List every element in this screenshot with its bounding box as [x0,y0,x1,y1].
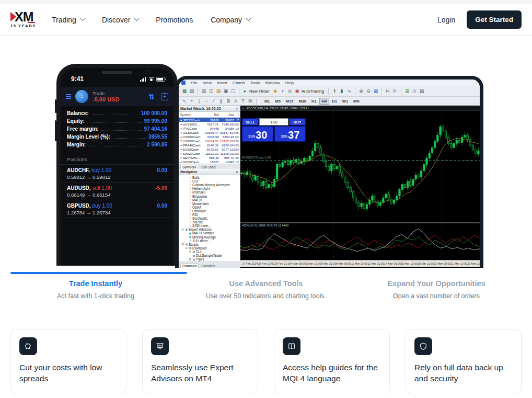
feature-card[interactable]: Cut your costs with low spreads [10,329,126,393]
tree-item-custom-moving-averages: ƒCustom Moving Averages [179,183,240,187]
chart-title-bar: ▲ JP225Cash,H4 39675 39945 39840 39930 [240,106,483,111]
get-started-button[interactable]: Get Started [467,10,522,29]
tree-item-parabolic: ƒParabolic [179,209,240,213]
auto-arrange-icon: ⊨ [384,88,391,95]
timeframe-w1: W1 [340,98,351,105]
mt4-app-icon [181,81,186,85]
tree-item-osma: ƒOsMA [179,206,240,209]
phone-camera [146,70,151,74]
indicator-icon: ƒ [188,176,192,179]
tab-subtitle: Use over 50 indicators and charting tool… [181,292,351,300]
tree-item-macd: ƒMACD [179,198,240,202]
navigator-header: Navigator ✕ [179,169,240,175]
nav-item-promotions[interactable]: Promotions [156,16,193,24]
positions-label: Positions [61,154,174,165]
nav-item-trading[interactable]: Trading [52,16,84,24]
feature-card[interactable]: Seamlessly use Expert Advisors on MT4 [142,329,258,393]
indicator-icon: ƒ [188,217,192,220]
timeframe-m30: M30 [296,98,309,105]
tab-use-advanced-tools[interactable]: Use Advanced ToolsUse over 50 indicators… [181,279,351,300]
market-watch-row: ▲JP225Cash39930399377 [179,118,240,122]
date-tick: 22 Mar 21:00 [467,262,483,265]
logo-subtext: 15 YEARS [10,24,36,28]
date-tick: 29 Feb 21:00 [274,262,291,265]
feature-card[interactable]: Rely on full data back up and security [406,329,522,393]
templates-icon: ▧ [418,88,425,95]
text-icon: A [232,97,239,105]
sell-price: 399 30 [242,126,273,142]
terminal-icon: ▣ [222,88,229,95]
book-icon [283,337,300,355]
tree-item-momentum: ƒMomentum [179,202,240,206]
mt4-menubar: FileViewInsertChartsToolsWindowHelp [179,79,480,86]
ea-icon: ◆ [184,228,189,231]
feature-cards: Cut your costs with low spreadsSeamlessl… [10,329,522,393]
tab-subtitle: Act fast with 1-click trading [10,292,181,300]
tab-title: Use Advanced Tools [181,279,351,288]
data-window-icon: ◫ [207,88,215,95]
market-watch-row: ▲FRA40Cash8148.348150.64130 [179,143,240,147]
tab-expand-your-opportunities[interactable]: Expand Your OpportunitiesOpen a vast num… [351,279,522,300]
market-watch-row: ▲EU50Cash5075.605077.10150 [179,147,240,151]
mt4-left-panels: Market Watch: 16:05:02 ✕ SymbolBidAsk! ▲… [179,106,240,268]
script-icon: ▣ [188,246,192,249]
mt4-drawing-tools: ↖+|−∕∥≣AT⌘ [181,97,254,105]
mt4-toolbar-standard: ▦▤▥◫▨▣▢▸New Order◆◗◍◉AutoTrading‖▮∿⊕⊖▦⊨⊩… [179,86,480,97]
date-axis: 27 Feb 202428 Feb 13:0029 Feb 21:004 Mar… [240,260,483,267]
minus-expander-icon: ⊟ [181,228,184,231]
main-nav: TradingDiscoverPromotionsCompany [52,16,250,24]
mt4-toolbar-line-studies: ↖+|−∕∥≣AT⌘ M1M5M15M30H1H4D1W1MN [179,97,480,106]
timeframe-mn: MN [351,98,362,105]
summary-row: Margin:2 590.85 [67,142,167,150]
new-order-icon-label: New Order [249,89,270,94]
line-chart-icon: ∿ [345,88,353,95]
feature-card[interactable]: Access help guides for the MQL4 language [274,329,390,393]
date-tick: 15 Mar 13:00 [401,262,418,265]
timeframe-h1: H1 [309,98,319,105]
date-tick: 5 Mar 13:00 [306,262,321,265]
card-text: Cut your costs with low spreads [19,362,118,384]
wifi-icon [148,77,154,82]
xm-logo[interactable]: XM 15 YEARS [10,11,36,28]
phone-speaker [102,71,132,74]
vertical-line-icon: | [195,97,203,105]
quantity-stepper: − 1.00 + [259,118,288,126]
timeframe-m15: M15 [283,98,296,105]
zoom-in-icon: ⊕ [357,88,365,95]
timeframe-m1: M1 [262,98,272,105]
card-text: Rely on full data back up and security [414,362,513,384]
chevron-down-icon [134,15,140,21]
mt4-desktop-mockup: FileViewInsertChartsToolsWindowHelp ▦▤▥◫… [175,76,483,268]
nav-item-label: Promotions [156,16,193,24]
menu-file: File [191,81,198,85]
menu-window: Window [265,81,280,85]
nav-item-discover[interactable]: Discover [102,16,138,24]
minus-expander-icon: ⊟ [184,246,188,249]
indicator-icon: ƒ [188,206,192,209]
close-icon: ✕ [235,107,238,111]
top-strip [0,0,532,4]
date-tick: 4 Mar 05:00 [291,262,306,265]
tree-item-expert-advisors: ⊟◆Expert Advisors [179,228,240,231]
card-text: Seamlessly use Expert Advisors on MT4 [151,362,249,384]
tree-item-dllsampletester: ▣DLLSampleTester [179,254,240,257]
autotrading-icon: ◉ [294,88,301,95]
tile-windows-icon: ▦ [372,88,379,95]
profit-loss: -5.00 USD [92,96,119,103]
ea-icon: ◆ [188,232,192,235]
positions-list: AUDCHF,buy 1.000.000.59812 → 0.59812AUDU… [61,165,174,218]
battery-icon [156,77,165,82]
signal-icon [140,77,146,82]
tree-item-ichimoku: ƒIchimoku [179,190,240,194]
position-row: GBPUSD,buy 1.000.001.26784 → 1.26784 [61,200,174,218]
login-link[interactable]: Login [437,16,455,24]
shapes-icon: ⌘ [247,97,254,105]
logo-text: XM [15,11,33,22]
new-order-icon: ▸ [241,88,249,95]
more-icon: ◷ [188,224,192,228]
tab-trade-instantly[interactable]: Trade InstantlyAct fast with 1-click tra… [10,279,181,300]
nav-item-company[interactable]: Company [211,16,250,24]
candlestick-icon: ▮ [338,88,345,95]
card-text: Access help guides for the MQL4 language [283,362,381,384]
metaeditor-icon: ◆ [272,88,279,95]
